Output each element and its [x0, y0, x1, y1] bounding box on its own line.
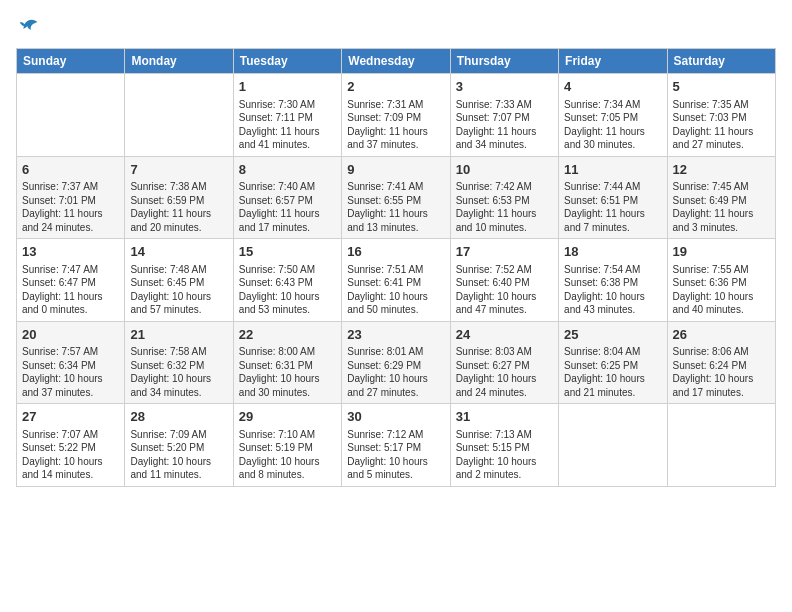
calendar-cell: 8Sunrise: 7:40 AM Sunset: 6:57 PM Daylig… — [233, 156, 341, 239]
day-number: 27 — [22, 408, 119, 426]
calendar-cell: 17Sunrise: 7:52 AM Sunset: 6:40 PM Dayli… — [450, 239, 558, 322]
day-info: Sunrise: 7:33 AM Sunset: 7:07 PM Dayligh… — [456, 98, 553, 152]
calendar-cell: 27Sunrise: 7:07 AM Sunset: 5:22 PM Dayli… — [17, 404, 125, 487]
day-number: 21 — [130, 326, 227, 344]
day-number: 26 — [673, 326, 770, 344]
day-info: Sunrise: 7:48 AM Sunset: 6:45 PM Dayligh… — [130, 263, 227, 317]
day-info: Sunrise: 7:30 AM Sunset: 7:11 PM Dayligh… — [239, 98, 336, 152]
calendar-week-2: 6Sunrise: 7:37 AM Sunset: 7:01 PM Daylig… — [17, 156, 776, 239]
day-info: Sunrise: 8:01 AM Sunset: 6:29 PM Dayligh… — [347, 345, 444, 399]
day-info: Sunrise: 7:07 AM Sunset: 5:22 PM Dayligh… — [22, 428, 119, 482]
day-info: Sunrise: 7:41 AM Sunset: 6:55 PM Dayligh… — [347, 180, 444, 234]
calendar-cell: 7Sunrise: 7:38 AM Sunset: 6:59 PM Daylig… — [125, 156, 233, 239]
calendar-cell: 26Sunrise: 8:06 AM Sunset: 6:24 PM Dayli… — [667, 321, 775, 404]
calendar-week-5: 27Sunrise: 7:07 AM Sunset: 5:22 PM Dayli… — [17, 404, 776, 487]
calendar-cell: 29Sunrise: 7:10 AM Sunset: 5:19 PM Dayli… — [233, 404, 341, 487]
calendar-cell: 21Sunrise: 7:58 AM Sunset: 6:32 PM Dayli… — [125, 321, 233, 404]
calendar-cell — [17, 74, 125, 157]
day-info: Sunrise: 8:03 AM Sunset: 6:27 PM Dayligh… — [456, 345, 553, 399]
calendar-week-3: 13Sunrise: 7:47 AM Sunset: 6:47 PM Dayli… — [17, 239, 776, 322]
day-number: 4 — [564, 78, 661, 96]
calendar-cell: 15Sunrise: 7:50 AM Sunset: 6:43 PM Dayli… — [233, 239, 341, 322]
calendar-cell: 23Sunrise: 8:01 AM Sunset: 6:29 PM Dayli… — [342, 321, 450, 404]
calendar-week-1: 1Sunrise: 7:30 AM Sunset: 7:11 PM Daylig… — [17, 74, 776, 157]
day-info: Sunrise: 7:35 AM Sunset: 7:03 PM Dayligh… — [673, 98, 770, 152]
day-number: 19 — [673, 243, 770, 261]
calendar-cell: 20Sunrise: 7:57 AM Sunset: 6:34 PM Dayli… — [17, 321, 125, 404]
calendar-table: SundayMondayTuesdayWednesdayThursdayFrid… — [16, 48, 776, 487]
day-info: Sunrise: 8:04 AM Sunset: 6:25 PM Dayligh… — [564, 345, 661, 399]
day-info: Sunrise: 7:44 AM Sunset: 6:51 PM Dayligh… — [564, 180, 661, 234]
column-header-saturday: Saturday — [667, 49, 775, 74]
calendar-cell: 13Sunrise: 7:47 AM Sunset: 6:47 PM Dayli… — [17, 239, 125, 322]
calendar-cell: 24Sunrise: 8:03 AM Sunset: 6:27 PM Dayli… — [450, 321, 558, 404]
day-number: 31 — [456, 408, 553, 426]
calendar-cell: 6Sunrise: 7:37 AM Sunset: 7:01 PM Daylig… — [17, 156, 125, 239]
calendar-cell: 31Sunrise: 7:13 AM Sunset: 5:15 PM Dayli… — [450, 404, 558, 487]
day-info: Sunrise: 7:51 AM Sunset: 6:41 PM Dayligh… — [347, 263, 444, 317]
day-number: 9 — [347, 161, 444, 179]
day-info: Sunrise: 7:37 AM Sunset: 7:01 PM Dayligh… — [22, 180, 119, 234]
day-number: 5 — [673, 78, 770, 96]
day-info: Sunrise: 7:45 AM Sunset: 6:49 PM Dayligh… — [673, 180, 770, 234]
calendar-cell — [125, 74, 233, 157]
day-info: Sunrise: 7:52 AM Sunset: 6:40 PM Dayligh… — [456, 263, 553, 317]
day-info: Sunrise: 8:06 AM Sunset: 6:24 PM Dayligh… — [673, 345, 770, 399]
day-number: 14 — [130, 243, 227, 261]
column-header-tuesday: Tuesday — [233, 49, 341, 74]
calendar-cell: 30Sunrise: 7:12 AM Sunset: 5:17 PM Dayli… — [342, 404, 450, 487]
day-number: 24 — [456, 326, 553, 344]
calendar-cell — [559, 404, 667, 487]
column-header-wednesday: Wednesday — [342, 49, 450, 74]
day-info: Sunrise: 7:42 AM Sunset: 6:53 PM Dayligh… — [456, 180, 553, 234]
page: SundayMondayTuesdayWednesdayThursdayFrid… — [0, 0, 792, 497]
day-number: 18 — [564, 243, 661, 261]
day-number: 20 — [22, 326, 119, 344]
day-number: 3 — [456, 78, 553, 96]
day-number: 13 — [22, 243, 119, 261]
day-info: Sunrise: 7:55 AM Sunset: 6:36 PM Dayligh… — [673, 263, 770, 317]
day-number: 25 — [564, 326, 661, 344]
logo — [16, 16, 40, 38]
day-number: 22 — [239, 326, 336, 344]
day-number: 8 — [239, 161, 336, 179]
day-number: 12 — [673, 161, 770, 179]
day-number: 6 — [22, 161, 119, 179]
day-number: 16 — [347, 243, 444, 261]
header — [16, 16, 776, 38]
day-info: Sunrise: 7:50 AM Sunset: 6:43 PM Dayligh… — [239, 263, 336, 317]
calendar-header: SundayMondayTuesdayWednesdayThursdayFrid… — [17, 49, 776, 74]
calendar-cell: 10Sunrise: 7:42 AM Sunset: 6:53 PM Dayli… — [450, 156, 558, 239]
column-header-thursday: Thursday — [450, 49, 558, 74]
day-number: 15 — [239, 243, 336, 261]
column-header-sunday: Sunday — [17, 49, 125, 74]
day-info: Sunrise: 7:34 AM Sunset: 7:05 PM Dayligh… — [564, 98, 661, 152]
day-number: 29 — [239, 408, 336, 426]
day-number: 7 — [130, 161, 227, 179]
day-number: 2 — [347, 78, 444, 96]
calendar-cell: 9Sunrise: 7:41 AM Sunset: 6:55 PM Daylig… — [342, 156, 450, 239]
calendar-cell: 2Sunrise: 7:31 AM Sunset: 7:09 PM Daylig… — [342, 74, 450, 157]
logo-bird-icon — [18, 16, 40, 38]
day-number: 10 — [456, 161, 553, 179]
day-info: Sunrise: 7:10 AM Sunset: 5:19 PM Dayligh… — [239, 428, 336, 482]
calendar-cell: 3Sunrise: 7:33 AM Sunset: 7:07 PM Daylig… — [450, 74, 558, 157]
column-header-friday: Friday — [559, 49, 667, 74]
day-info: Sunrise: 7:38 AM Sunset: 6:59 PM Dayligh… — [130, 180, 227, 234]
calendar-week-4: 20Sunrise: 7:57 AM Sunset: 6:34 PM Dayli… — [17, 321, 776, 404]
calendar-cell: 16Sunrise: 7:51 AM Sunset: 6:41 PM Dayli… — [342, 239, 450, 322]
day-info: Sunrise: 7:31 AM Sunset: 7:09 PM Dayligh… — [347, 98, 444, 152]
day-number: 23 — [347, 326, 444, 344]
day-info: Sunrise: 7:58 AM Sunset: 6:32 PM Dayligh… — [130, 345, 227, 399]
calendar-cell: 14Sunrise: 7:48 AM Sunset: 6:45 PM Dayli… — [125, 239, 233, 322]
calendar-cell: 28Sunrise: 7:09 AM Sunset: 5:20 PM Dayli… — [125, 404, 233, 487]
day-number: 1 — [239, 78, 336, 96]
day-info: Sunrise: 7:47 AM Sunset: 6:47 PM Dayligh… — [22, 263, 119, 317]
calendar-cell: 18Sunrise: 7:54 AM Sunset: 6:38 PM Dayli… — [559, 239, 667, 322]
day-info: Sunrise: 7:12 AM Sunset: 5:17 PM Dayligh… — [347, 428, 444, 482]
day-info: Sunrise: 7:13 AM Sunset: 5:15 PM Dayligh… — [456, 428, 553, 482]
calendar-cell: 11Sunrise: 7:44 AM Sunset: 6:51 PM Dayli… — [559, 156, 667, 239]
day-info: Sunrise: 7:54 AM Sunset: 6:38 PM Dayligh… — [564, 263, 661, 317]
day-number: 11 — [564, 161, 661, 179]
calendar-cell — [667, 404, 775, 487]
